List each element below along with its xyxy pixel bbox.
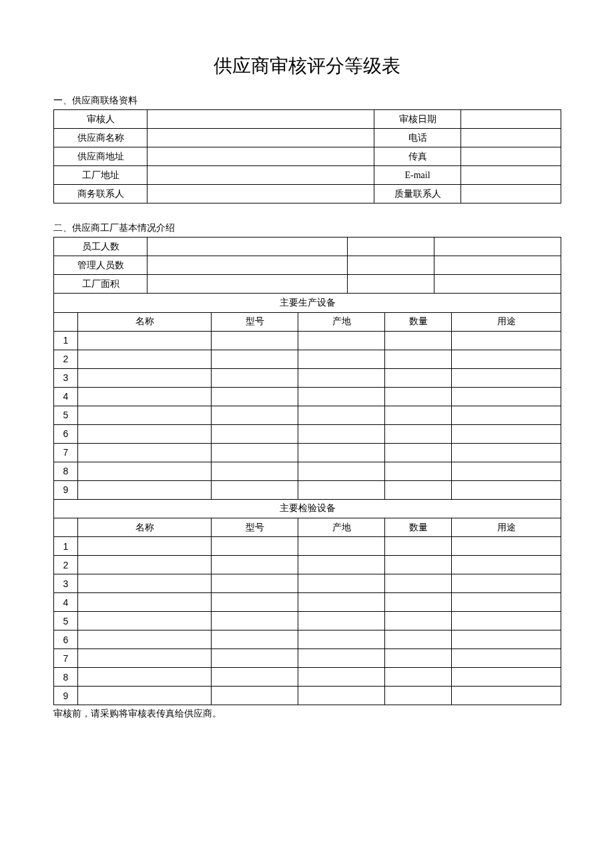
cell[interactable] — [212, 593, 298, 612]
cell[interactable] — [212, 612, 298, 630]
cell[interactable] — [298, 350, 385, 368]
value-fax[interactable] — [461, 147, 561, 166]
cell[interactable] — [212, 537, 298, 556]
cell[interactable] — [78, 331, 212, 350]
value-auditor[interactable] — [147, 110, 374, 129]
cell[interactable] — [298, 556, 385, 574]
cell[interactable] — [385, 556, 452, 574]
cell[interactable] — [212, 443, 298, 462]
cell[interactable] — [212, 556, 298, 574]
value-area[interactable] — [147, 275, 348, 294]
cell[interactable] — [212, 480, 298, 499]
value-managers[interactable] — [147, 256, 348, 275]
cell[interactable] — [385, 387, 452, 406]
cell[interactable] — [385, 424, 452, 443]
cell[interactable] — [78, 668, 212, 687]
cell[interactable] — [385, 593, 452, 612]
cell[interactable] — [298, 424, 385, 443]
cell[interactable] — [298, 368, 385, 387]
cell[interactable] — [78, 480, 212, 499]
cell[interactable] — [452, 574, 561, 593]
cell[interactable] — [78, 574, 212, 593]
cell[interactable] — [78, 556, 212, 574]
cell[interactable] — [78, 630, 212, 649]
cell[interactable] — [385, 480, 452, 499]
value-managers-2[interactable] — [348, 256, 434, 275]
cell[interactable] — [385, 668, 452, 687]
cell[interactable] — [452, 630, 561, 649]
cell[interactable] — [452, 649, 561, 668]
cell[interactable] — [452, 331, 561, 350]
value-employees[interactable] — [147, 238, 348, 256]
cell[interactable] — [452, 424, 561, 443]
cell[interactable] — [385, 649, 452, 668]
cell[interactable] — [298, 443, 385, 462]
cell[interactable] — [212, 331, 298, 350]
cell[interactable] — [78, 612, 212, 630]
cell[interactable] — [298, 630, 385, 649]
cell[interactable] — [298, 687, 385, 705]
cell[interactable] — [298, 649, 385, 668]
value-factory-addr[interactable] — [147, 166, 374, 185]
cell[interactable] — [212, 424, 298, 443]
cell[interactable] — [385, 574, 452, 593]
cell[interactable] — [212, 462, 298, 480]
value-audit-date[interactable] — [461, 110, 561, 129]
value-email[interactable] — [461, 166, 561, 185]
cell[interactable] — [452, 443, 561, 462]
value-quality-contact[interactable] — [461, 185, 561, 203]
cell[interactable] — [385, 406, 452, 424]
cell[interactable] — [78, 687, 212, 705]
cell[interactable] — [385, 331, 452, 350]
cell[interactable] — [385, 612, 452, 630]
cell[interactable] — [452, 668, 561, 687]
cell[interactable] — [385, 630, 452, 649]
cell[interactable] — [452, 387, 561, 406]
value-employees-2[interactable] — [348, 238, 434, 256]
cell[interactable] — [452, 406, 561, 424]
cell[interactable] — [212, 630, 298, 649]
cell[interactable] — [452, 480, 561, 499]
cell[interactable] — [78, 350, 212, 368]
cell[interactable] — [452, 537, 561, 556]
value-phone[interactable] — [461, 129, 561, 147]
cell[interactable] — [452, 612, 561, 630]
cell[interactable] — [212, 574, 298, 593]
cell[interactable] — [452, 687, 561, 705]
cell[interactable] — [78, 443, 212, 462]
cell[interactable] — [298, 593, 385, 612]
cell[interactable] — [212, 368, 298, 387]
value-managers-3[interactable] — [434, 256, 561, 275]
cell[interactable] — [212, 687, 298, 705]
cell[interactable] — [452, 462, 561, 480]
cell[interactable] — [298, 537, 385, 556]
cell[interactable] — [385, 537, 452, 556]
cell[interactable] — [452, 368, 561, 387]
value-supplier-name[interactable] — [147, 129, 374, 147]
cell[interactable] — [78, 406, 212, 424]
cell[interactable] — [298, 668, 385, 687]
cell[interactable] — [298, 574, 385, 593]
cell[interactable] — [212, 668, 298, 687]
cell[interactable] — [385, 368, 452, 387]
cell[interactable] — [298, 387, 385, 406]
value-area-2[interactable] — [348, 275, 434, 294]
cell[interactable] — [385, 462, 452, 480]
cell[interactable] — [78, 368, 212, 387]
cell[interactable] — [78, 649, 212, 668]
value-supplier-addr[interactable] — [147, 147, 374, 166]
cell[interactable] — [452, 556, 561, 574]
cell[interactable] — [298, 331, 385, 350]
cell[interactable] — [385, 350, 452, 368]
cell[interactable] — [298, 612, 385, 630]
cell[interactable] — [298, 462, 385, 480]
cell[interactable] — [298, 406, 385, 424]
cell[interactable] — [78, 537, 212, 556]
cell[interactable] — [212, 350, 298, 368]
cell[interactable] — [385, 443, 452, 462]
cell[interactable] — [78, 387, 212, 406]
cell[interactable] — [385, 687, 452, 705]
cell[interactable] — [78, 462, 212, 480]
cell[interactable] — [212, 387, 298, 406]
value-area-3[interactable] — [434, 275, 561, 294]
